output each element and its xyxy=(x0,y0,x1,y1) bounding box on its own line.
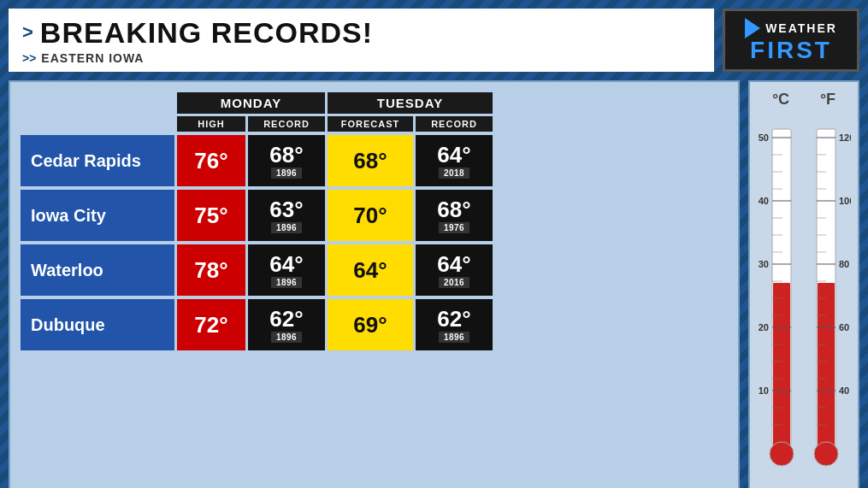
day-headers: MONDAY TUESDAY xyxy=(21,92,728,114)
high-cedar-rapids: 76° xyxy=(177,135,245,186)
record-value: 64° xyxy=(269,253,303,275)
data-rows: Cedar Rapids 76° 68° 1896 68° 64° 2018 xyxy=(21,135,728,350)
table-card: MONDAY TUESDAY HIGH RECORD FORECAST RECO… xyxy=(9,80,740,488)
forecast-value: 69° xyxy=(353,314,387,336)
table-row: Dubuque 72° 62° 1896 69° 62° 1896 xyxy=(21,299,728,350)
city-waterloo: Waterloo xyxy=(21,244,174,296)
monday-record-iowa-city: 63° 1896 xyxy=(248,190,325,241)
tuesday-year-badge: 1976 xyxy=(439,222,469,233)
thermometer-card: °C °F xyxy=(748,80,859,488)
svg-text:100: 100 xyxy=(839,196,851,206)
svg-text:80: 80 xyxy=(839,259,849,269)
high-dubuque: 72° xyxy=(177,299,245,350)
forecast-value: 64° xyxy=(353,259,387,281)
year-badge: 1896 xyxy=(271,332,302,343)
svg-text:40: 40 xyxy=(839,385,849,396)
svg-text:120: 120 xyxy=(839,132,851,143)
fahrenheit-label: °F xyxy=(820,91,836,109)
svg-text:20: 20 xyxy=(759,322,769,332)
year-badge: 1896 xyxy=(271,168,302,179)
high-waterloo: 78° xyxy=(177,244,245,296)
high-value: 72° xyxy=(194,314,227,336)
high-value: 75° xyxy=(194,204,227,226)
svg-text:10: 10 xyxy=(759,385,769,396)
sub-header-empty xyxy=(21,116,174,132)
thermometer-svg: 50 40 30 xyxy=(757,112,851,488)
subtitle-arrow: >> xyxy=(22,51,36,65)
weather-first-logo: WEATHER FIRST xyxy=(723,9,859,72)
tuesday-record-waterloo: 64° 2016 xyxy=(416,244,493,296)
sub-header-forecast: FORECAST xyxy=(328,116,413,132)
table-row: Iowa City 75° 63° 1896 70° 68° 1976 xyxy=(21,190,728,241)
tuesday-record-value: 64° xyxy=(437,253,470,275)
eastern-iowa-label: EASTERN IOWA xyxy=(41,51,144,65)
tuesday-record-value: 64° xyxy=(437,144,470,166)
monday-label: MONDAY xyxy=(177,92,325,114)
logo-first-text: FIRST xyxy=(750,38,832,62)
svg-text:30: 30 xyxy=(759,259,769,269)
city-iowa-city: Iowa City xyxy=(21,190,174,241)
thermometer-visual: 50 40 30 xyxy=(757,112,851,488)
tuesday-record-value: 68° xyxy=(437,198,470,220)
svg-text:40: 40 xyxy=(759,196,769,206)
breaking-records-title: BREAKING RECORDS! xyxy=(40,16,373,50)
forecast-value: 70° xyxy=(353,204,387,226)
svg-rect-2 xyxy=(773,283,790,445)
tuesday-year-badge: 1896 xyxy=(439,332,469,343)
sub-header-high: HIGH xyxy=(177,116,245,132)
monday-record-cedar-rapids: 68° 1896 xyxy=(248,135,325,186)
tuesday-record-cedar-rapids: 64° 2018 xyxy=(416,135,493,186)
sub-header-monday-record: RECORD xyxy=(248,116,325,132)
table-row: Cedar Rapids 76° 68° 1896 68° 64° 2018 xyxy=(21,135,728,186)
thermo-labels: °C °F xyxy=(757,91,851,109)
main-container: > BREAKING RECORDS! >> EASTERN IOWA WEAT… xyxy=(0,0,868,488)
title-line1: > BREAKING RECORDS! xyxy=(22,16,700,50)
header: > BREAKING RECORDS! >> EASTERN IOWA WEAT… xyxy=(9,9,859,72)
logo-top: WEATHER xyxy=(745,18,837,38)
sub-headers: HIGH RECORD FORECAST RECORD xyxy=(21,116,728,132)
forecast-value: 68° xyxy=(353,150,387,172)
tuesday-record-dubuque: 62° 1896 xyxy=(416,299,493,350)
record-value: 63° xyxy=(269,198,303,220)
tuesday-record-iowa-city: 68° 1976 xyxy=(416,190,493,241)
subtitle-row: >> EASTERN IOWA xyxy=(22,51,700,65)
tuesday-record-value: 62° xyxy=(437,308,470,330)
forecast-cedar-rapids: 68° xyxy=(328,135,413,186)
high-value: 78° xyxy=(194,259,227,281)
monday-record-waterloo: 64° 1896 xyxy=(248,244,325,296)
forecast-dubuque: 69° xyxy=(328,299,413,350)
forecast-iowa-city: 70° xyxy=(328,190,413,241)
svg-point-3 xyxy=(770,442,794,466)
high-value: 76° xyxy=(194,150,227,172)
year-badge: 1896 xyxy=(271,277,302,288)
logo-weather-text: WEATHER xyxy=(765,21,837,35)
forecast-waterloo: 64° xyxy=(328,244,413,296)
sub-header-tuesday-record: RECORD xyxy=(416,116,493,132)
table-row: Waterloo 78° 64° 1896 64° 64° 2016 xyxy=(21,244,728,296)
content-area: MONDAY TUESDAY HIGH RECORD FORECAST RECO… xyxy=(9,80,859,488)
high-iowa-city: 75° xyxy=(177,190,245,241)
logo-arrow-icon xyxy=(745,18,760,38)
record-value: 62° xyxy=(269,308,303,330)
tuesday-year-badge: 2016 xyxy=(439,277,469,288)
svg-text:50: 50 xyxy=(759,132,769,143)
tuesday-year-badge: 2018 xyxy=(439,168,469,179)
svg-rect-0 xyxy=(757,112,851,488)
city-dubuque: Dubuque xyxy=(21,299,174,350)
city-cedar-rapids: Cedar Rapids xyxy=(21,135,174,186)
tuesday-label: TUESDAY xyxy=(328,92,493,114)
record-value: 68° xyxy=(269,144,303,166)
svg-rect-5 xyxy=(818,283,835,445)
year-badge: 1896 xyxy=(271,222,302,233)
monday-record-dubuque: 62° 1896 xyxy=(248,299,325,350)
title-arrow: > xyxy=(22,21,33,44)
svg-point-6 xyxy=(814,442,838,466)
title-box: > BREAKING RECORDS! >> EASTERN IOWA xyxy=(9,9,714,72)
celsius-label: °C xyxy=(772,91,789,109)
svg-text:60: 60 xyxy=(839,322,849,332)
